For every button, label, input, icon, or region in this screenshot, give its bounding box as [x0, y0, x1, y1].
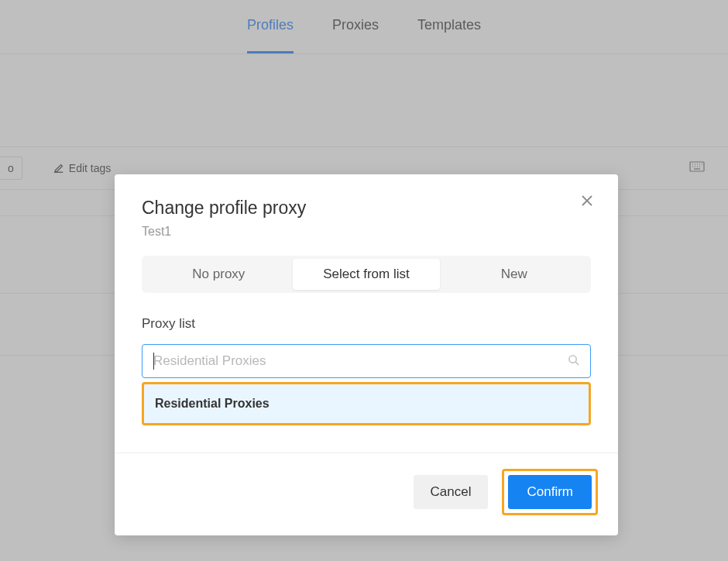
segment-select-from-list[interactable]: Select from list [293, 259, 441, 290]
change-proxy-modal: Change profile proxy Test1 No proxy Sele… [115, 174, 618, 535]
segment-no-proxy[interactable]: No proxy [145, 259, 293, 290]
proxy-dropdown-option[interactable]: Residential Proxies [142, 382, 591, 425]
proxy-search-wrapper[interactable] [142, 344, 591, 378]
confirm-highlight: Confirm [502, 469, 598, 515]
confirm-button[interactable]: Confirm [508, 475, 592, 509]
proxy-list-label: Proxy list [142, 316, 591, 332]
modal-subtitle: Test1 [142, 225, 591, 239]
svg-line-15 [575, 362, 579, 365]
modal-title: Change profile proxy [142, 198, 591, 219]
close-button[interactable] [578, 191, 596, 210]
text-cursor [153, 353, 154, 370]
close-icon [581, 194, 593, 207]
search-icon [568, 354, 579, 369]
svg-point-14 [569, 355, 576, 362]
cancel-button[interactable]: Cancel [414, 475, 489, 509]
proxy-mode-segments: No proxy Select from list New [142, 256, 591, 293]
proxy-search-input[interactable] [153, 353, 568, 369]
segment-new[interactable]: New [440, 259, 588, 290]
